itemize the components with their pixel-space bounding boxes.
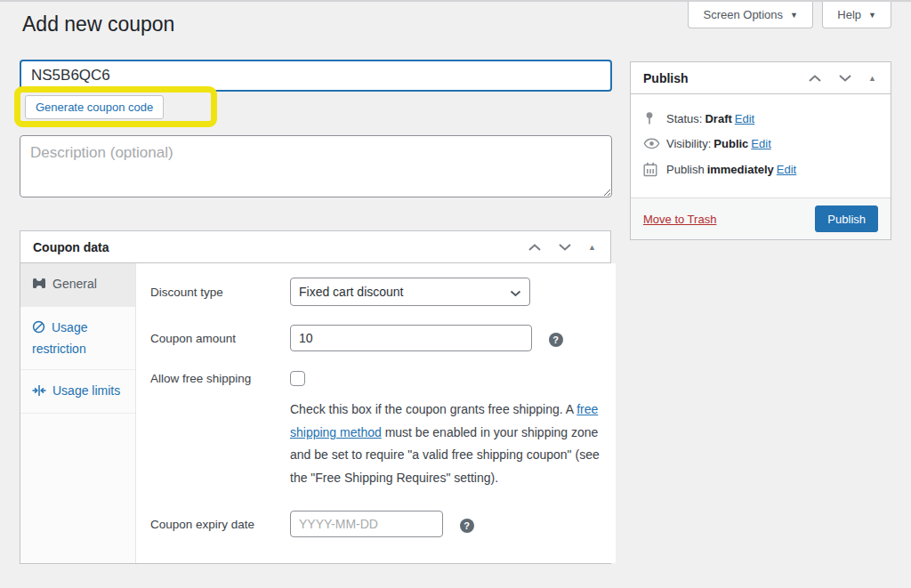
generate-coupon-code-button[interactable]: Generate coupon code: [25, 95, 164, 119]
edit-schedule-link[interactable]: Edit: [777, 163, 796, 176]
general-panel: Discount type Fixed cart discount Coupon…: [136, 263, 616, 563]
publish-metabox: Publish ▲ Status: Draft Edit V: [630, 61, 891, 240]
coupon-data-header[interactable]: Coupon data ▲: [20, 231, 610, 263]
coupon-amount-row: Coupon amount ?: [150, 325, 600, 351]
move-up-icon[interactable]: [806, 72, 824, 85]
coupon-data-metabox: Coupon data ▲ General Usage: [20, 230, 611, 564]
help-icon[interactable]: ?: [460, 519, 474, 533]
page-title: Add new coupon: [22, 12, 174, 38]
publish-button[interactable]: Publish: [815, 205, 878, 232]
coupon-amount-input[interactable]: [290, 325, 532, 351]
chevron-down-icon: ▼: [868, 11, 876, 20]
schedule-row: Publish immediately Edit: [643, 162, 878, 177]
coupon-amount-label: Coupon amount: [150, 332, 290, 345]
free-shipping-description: Check this box if the coupon grants free…: [290, 399, 600, 489]
help-label: Help: [837, 8, 861, 21]
chevron-down-icon: ▼: [790, 11, 798, 20]
collapse-toggle-icon[interactable]: ▲: [867, 72, 878, 85]
tab-usage-restriction[interactable]: Usage restriction: [20, 307, 135, 370]
free-shipping-row: Allow free shipping Check this box if th…: [150, 370, 600, 489]
coupon-data-tabs: General Usage restriction Usage limits: [20, 263, 136, 563]
move-to-trash-link[interactable]: Move to Trash: [643, 213, 716, 226]
status-value: Draft: [705, 112, 731, 125]
description-textarea[interactable]: [20, 135, 612, 197]
screen-options-button[interactable]: Screen Options ▼: [688, 2, 813, 28]
pin-icon: [643, 111, 666, 125]
tab-usage-limits-label: Usage limits: [52, 383, 120, 398]
move-up-icon[interactable]: [526, 241, 544, 254]
publish-header[interactable]: Publish ▲: [631, 62, 891, 94]
no-entry-icon: [32, 319, 45, 339]
schedule-value: immediately: [707, 163, 774, 176]
ticket-icon: [32, 276, 46, 295]
edit-status-link[interactable]: Edit: [735, 112, 754, 125]
help-icon[interactable]: ?: [549, 333, 563, 347]
publish-title: Publish: [643, 71, 689, 85]
move-down-icon[interactable]: [556, 241, 574, 254]
collapse-toggle-icon[interactable]: ▲: [586, 241, 598, 254]
help-button[interactable]: Help ▼: [822, 2, 891, 28]
discount-type-label: Discount type: [150, 286, 290, 299]
expiry-date-label: Coupon expiry date: [150, 518, 290, 531]
expiry-date-row: Coupon expiry date ?: [150, 511, 600, 537]
tab-general-label: General: [52, 277, 97, 291]
free-shipping-checkbox[interactable]: [290, 371, 305, 386]
move-down-icon[interactable]: [836, 72, 854, 85]
visibility-value: Public: [713, 137, 748, 150]
tab-general[interactable]: General: [20, 263, 135, 307]
coupon-data-title: Coupon data: [33, 240, 109, 254]
calendar-icon: [643, 162, 666, 177]
publish-footer: Move to Trash Publish: [631, 197, 891, 239]
edit-visibility-link[interactable]: Edit: [751, 137, 770, 150]
screen-options-label: Screen Options: [703, 8, 783, 21]
discount-type-row: Discount type Fixed cart discount: [150, 278, 600, 306]
coupon-code-input[interactable]: [20, 60, 612, 92]
visibility-row: Visibility: Public Edit: [643, 137, 878, 150]
discount-type-select[interactable]: Fixed cart discount: [290, 278, 530, 306]
limits-icon: [32, 383, 46, 402]
status-row: Status: Draft Edit: [643, 111, 878, 125]
tab-usage-limits[interactable]: Usage limits: [20, 370, 135, 414]
free-shipping-label: Allow free shipping: [150, 370, 290, 489]
eye-icon: [643, 138, 666, 149]
coupon-expiry-input[interactable]: [290, 511, 443, 537]
